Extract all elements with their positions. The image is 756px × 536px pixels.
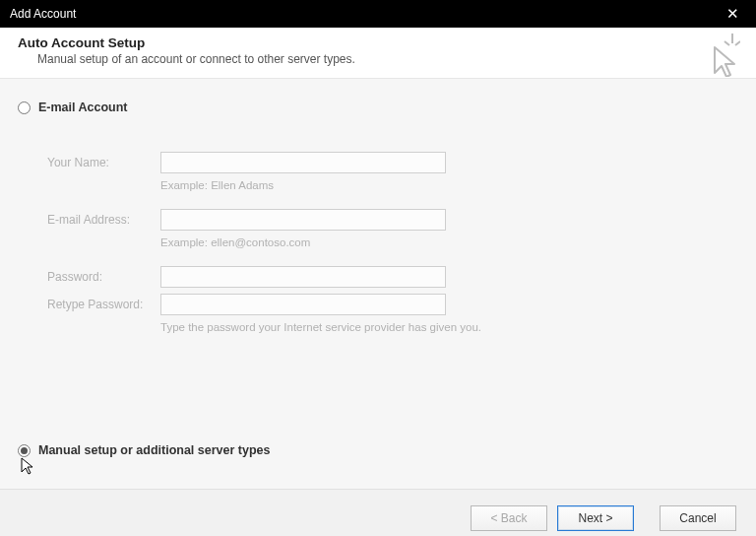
- your-name-row: Your Name:: [47, 152, 738, 173]
- password-hint: Type the password your Internet service …: [160, 321, 738, 333]
- password-input[interactable]: [160, 266, 446, 288]
- svg-line-1: [735, 41, 740, 45]
- title-bar: Add Account ✕: [0, 0, 756, 28]
- cancel-button[interactable]: Cancel: [660, 505, 736, 531]
- email-input[interactable]: [160, 209, 446, 231]
- back-button: < Back: [471, 505, 547, 531]
- your-name-hint: Example: Ellen Adams: [160, 179, 738, 191]
- retype-label: Retype Password:: [47, 298, 160, 311]
- your-name-input[interactable]: [160, 152, 446, 173]
- manual-setup-option[interactable]: Manual setup or additional server types: [18, 443, 270, 457]
- email-account-label: E-mail Account: [38, 100, 128, 114]
- manual-setup-label: Manual setup or additional server types: [38, 443, 270, 457]
- email-row: E-mail Address:: [47, 209, 738, 231]
- radio-icon: [18, 101, 31, 114]
- radio-icon: [18, 444, 31, 457]
- your-name-label: Your Name:: [47, 156, 160, 169]
- email-label: E-mail Address:: [47, 213, 160, 227]
- password-label: Password:: [47, 270, 160, 284]
- header-subtitle: Manual setup of an account or connect to…: [37, 52, 738, 66]
- mouse-cursor-icon: [21, 457, 36, 475]
- email-account-option[interactable]: E-mail Account: [18, 100, 738, 114]
- wizard-header: Auto Account Setup Manual setup of an ac…: [0, 28, 756, 79]
- wizard-footer: < Back Next > Cancel: [0, 489, 756, 536]
- wizard-body: E-mail Account Your Name: Example: Ellen…: [0, 79, 756, 489]
- retype-password-input[interactable]: [160, 294, 446, 315]
- email-account-form: Your Name: Example: Ellen Adams E-mail A…: [47, 152, 738, 333]
- email-hint: Example: ellen@contoso.com: [160, 236, 738, 248]
- password-row: Password:: [47, 266, 738, 288]
- retype-row: Retype Password:: [47, 294, 738, 315]
- next-button[interactable]: Next >: [557, 505, 634, 531]
- cursor-arrow-icon: [697, 34, 740, 77]
- window-title: Add Account: [10, 7, 76, 21]
- close-icon[interactable]: ✕: [719, 0, 746, 28]
- svg-line-2: [724, 41, 729, 45]
- header-title: Auto Account Setup: [18, 35, 738, 50]
